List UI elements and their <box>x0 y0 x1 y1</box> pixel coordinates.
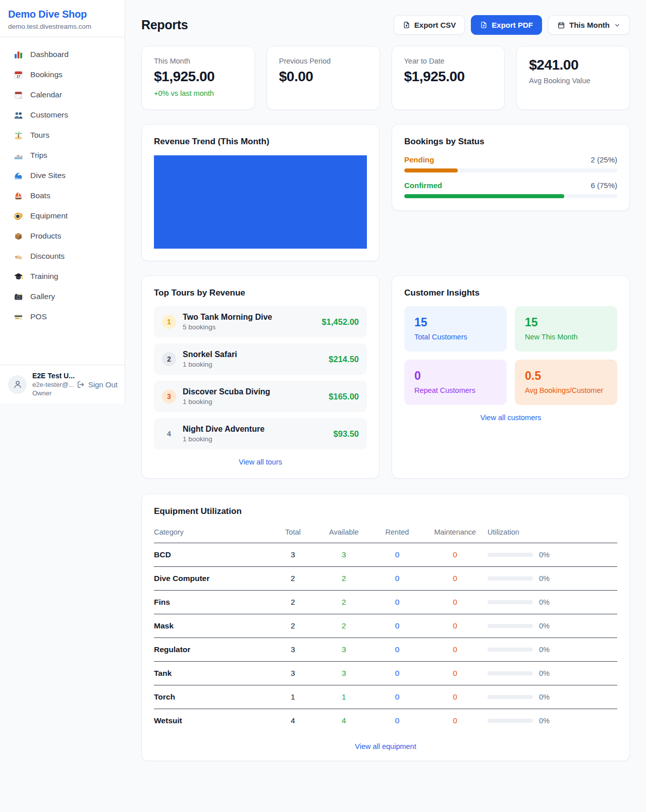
sidebar-item-boats[interactable]: Boats <box>0 186 125 206</box>
stat-value: $241.00 <box>529 57 617 73</box>
cell-category: BCD <box>154 543 270 567</box>
tour-revenue: $93.50 <box>334 429 359 439</box>
status-label: Confirmed <box>404 181 442 190</box>
stat-label: Avg Booking Value <box>529 77 617 85</box>
file-icon <box>480 21 488 29</box>
stat-delta: +0% vs last month <box>154 89 242 97</box>
sidebar-item-trips[interactable]: Trips <box>0 145 125 165</box>
sign-out-button[interactable]: Sign Out <box>77 380 118 389</box>
cell-available: 2 <box>316 591 371 614</box>
table-row: Torch 1 1 0 0 0% <box>154 685 617 709</box>
sidebar-nav: Dashboard 17 Bookings Calendar Customers… <box>0 37 125 365</box>
camera-icon <box>14 292 23 302</box>
export-pdf-button[interactable]: Export PDF <box>471 15 542 35</box>
rank-badge: 3 <box>162 389 176 403</box>
stat-label: Previous Period <box>279 57 367 65</box>
table-row: Mask 2 2 0 0 0% <box>154 614 617 638</box>
period-dropdown[interactable]: This Month <box>548 15 630 35</box>
sidebar-item-pos[interactable]: POS <box>0 307 125 327</box>
shop-domain: demo.test.divestreams.com <box>8 23 117 30</box>
cell-rented: 0 <box>371 614 422 638</box>
sidebar-item-label: Calendar <box>30 90 62 99</box>
tour-name: Two Tank Morning Dive <box>183 313 315 322</box>
cell-category: Dive Computer <box>154 567 270 591</box>
page-title: Reports <box>141 18 188 32</box>
view-all-customers-link[interactable]: View all customers <box>404 414 617 422</box>
stat-card-previous-period: Previous Period $0.00 <box>266 46 380 110</box>
insight-value: 15 <box>414 316 497 329</box>
tour-name: Discover Scuba Diving <box>183 387 322 396</box>
insight-label: New This Month <box>525 333 607 341</box>
sidebar-item-discounts[interactable]: Discounts <box>0 246 125 266</box>
cell-available: 2 <box>316 614 371 638</box>
user-footer: E2E Test U... e2e-tester@... Owner Sign … <box>0 365 125 403</box>
cell-maintenance: 0 <box>422 591 488 614</box>
shop-name: Demo Dive Shop <box>8 9 117 20</box>
sidebar-item-tours[interactable]: Tours <box>0 125 125 145</box>
sidebar-item-products[interactable]: Products <box>0 226 125 246</box>
utilization-track <box>488 671 533 675</box>
bookings-by-status-title: Bookings by Status <box>404 137 617 147</box>
export-csv-button[interactable]: Export CSV <box>394 15 465 35</box>
sidebar-item-calendar[interactable]: Calendar <box>0 85 125 105</box>
status-count: 6 (75%) <box>590 181 617 190</box>
tour-list: 1 Two Tank Morning Dive 5 bookings $1,45… <box>154 306 367 449</box>
sidebar-item-label: Customers <box>30 110 68 120</box>
revenue-trend-chart <box>154 155 367 249</box>
cell-maintenance: 0 <box>422 614 488 638</box>
cell-category: Mask <box>154 614 270 638</box>
insight-tile-avg-bookings: 0.5 Avg Bookings/Customer <box>515 360 617 405</box>
wave-icon <box>14 171 23 181</box>
customer-insights-title: Customer Insights <box>404 288 617 298</box>
utilization-track <box>488 648 533 652</box>
cell-category: Fins <box>154 591 270 614</box>
cell-available: 3 <box>316 638 371 662</box>
cell-category: Tank <box>154 662 270 685</box>
header-actions: Export CSV Export PDF This Month <box>394 15 630 35</box>
sidebar-item-bookings[interactable]: 17 Bookings <box>0 65 125 85</box>
insight-tile-repeat-customers: 0 Repeat Customers <box>404 360 507 405</box>
svg-text:17: 17 <box>17 75 21 78</box>
top-tour-row: 3 Discover Scuba Diving 1 booking $165.0… <box>154 381 367 412</box>
sidebar: Demo Dive Shop demo.test.divestreams.com… <box>0 0 125 403</box>
cell-category: Regulator <box>154 638 270 662</box>
utilization-percent: 0% <box>539 646 550 654</box>
table-row: Tank 3 3 0 0 0% <box>154 662 617 685</box>
sidebar-item-label: Dashboard <box>30 50 69 59</box>
view-all-equipment-link[interactable]: View all equipment <box>154 742 617 750</box>
status-label: Pending <box>404 155 434 164</box>
status-progress-track <box>404 168 617 172</box>
bar-chart-icon <box>14 50 23 60</box>
sidebar-item-dashboard[interactable]: Dashboard <box>0 44 125 65</box>
utilization-track <box>488 719 533 723</box>
tour-bookings: 1 booking <box>183 361 322 368</box>
sidebar-item-customers[interactable]: Customers <box>0 105 125 125</box>
view-all-tours-link[interactable]: View all tours <box>154 458 367 466</box>
top-tours-card: Top Tours by Revenue 1 Two Tank Morning … <box>141 275 380 479</box>
status-progress-fill <box>404 168 458 172</box>
tour-bookings: 5 bookings <box>183 323 315 331</box>
main-content: Reports Export CSV Export PDF This Month… <box>125 0 646 781</box>
sidebar-item-gallery[interactable]: Gallery <box>0 286 125 307</box>
sidebar-item-dive-sites[interactable]: Dive Sites <box>0 165 125 186</box>
equipment-table-body: BCD 3 3 0 0 0% Dive Computer 2 2 0 0 0% … <box>154 543 617 733</box>
cell-rented: 0 <box>371 709 422 733</box>
sidebar-item-label: Products <box>30 231 61 241</box>
sidebar-item-equipment[interactable]: Equipment <box>0 206 125 226</box>
status-row-pending: Pending 2 (25%) <box>404 155 617 172</box>
cell-available: 4 <box>316 709 371 733</box>
utilization-percent: 0% <box>539 693 550 701</box>
export-csv-label: Export CSV <box>414 21 456 29</box>
sidebar-item-training[interactable]: Training <box>0 266 125 286</box>
person-icon <box>12 379 23 390</box>
cell-total: 4 <box>270 709 316 733</box>
sailboat-icon <box>14 191 23 201</box>
top-tour-row: 1 Two Tank Morning Dive 5 bookings $1,45… <box>154 306 367 337</box>
cell-maintenance: 0 <box>422 543 488 567</box>
cell-maintenance: 0 <box>422 685 488 709</box>
cell-rented: 0 <box>371 567 422 591</box>
cell-category: Wetsuit <box>154 709 270 733</box>
utilization-percent: 0% <box>539 551 550 559</box>
sign-out-label: Sign Out <box>88 380 118 389</box>
cell-maintenance: 0 <box>422 638 488 662</box>
